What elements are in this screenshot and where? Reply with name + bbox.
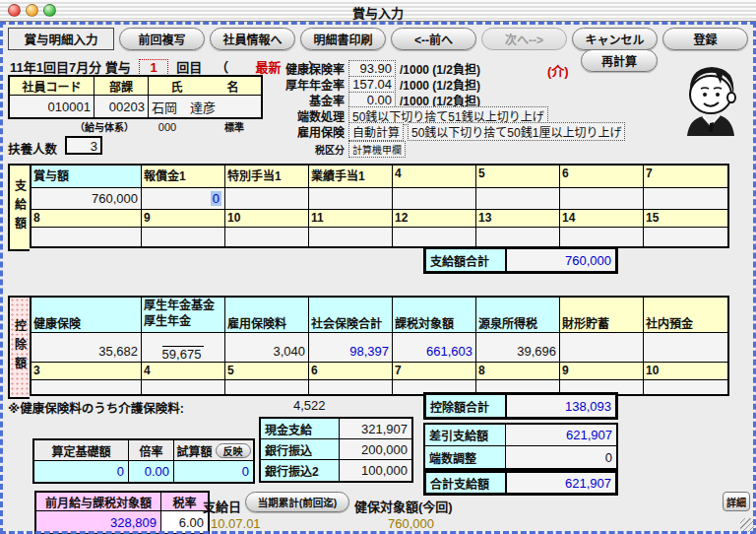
pension-rate-field[interactable]: 157.04 [348, 76, 396, 93]
deduction-cell-6[interactable] [309, 380, 393, 394]
deduction-cell-5[interactable] [225, 380, 309, 394]
bonus-count-field[interactable]: 1 [139, 59, 167, 76]
payment-header-13: 13 [476, 210, 560, 227]
net-pay-group: 差引支給額 621,907 端数調整 0 [423, 423, 618, 470]
employee-table: 社員コード 部課 氏 名 010001 00203 石岡 達彦 [8, 75, 263, 119]
deduction-cell-withholding[interactable]: 39,696 [476, 333, 560, 362]
payment-cell-7[interactable] [644, 188, 727, 209]
window-title: 賞与入力 [0, 3, 756, 22]
health-rate-unit: /1000 (1/2負担) [400, 60, 480, 77]
payment-cell-10[interactable] [225, 228, 309, 246]
prev-month-taxable-label: 前月給与課税対象額 [36, 493, 161, 510]
employee-code-header: 社員コード [10, 77, 94, 95]
title-bar[interactable]: 賞与入力 [0, 0, 756, 22]
payment-cell-11[interactable] [309, 228, 393, 246]
employee-name-header: 氏 名 [149, 77, 261, 95]
prev-month-tax-rate-label: 税率 [161, 493, 208, 510]
pay-system-label: （給与体系） [75, 122, 134, 133]
mode-label: 賞与明細入力 [8, 28, 114, 50]
prev-month-taxable-value[interactable]: 328,809 [36, 511, 161, 533]
detail-button[interactable]: 詳細 [723, 492, 750, 511]
prev-month-tax-rate-value[interactable]: 6.00 [161, 511, 208, 533]
deduction-total-box: 控除額合計 138,093 [423, 392, 618, 420]
deduction-cell-pension[interactable]: 59,675 [142, 333, 225, 362]
cumulative-button[interactable]: 当期累計(前回迄) [245, 492, 349, 512]
health-rate-field[interactable]: 93.90 [348, 60, 396, 77]
payment-cell-9[interactable] [142, 228, 225, 246]
employee-code-value[interactable]: 010001 [10, 96, 94, 117]
tax-class-field[interactable]: 計算機甲欄 [348, 141, 406, 158]
deduction-cell-3[interactable] [32, 380, 142, 394]
selected-cell-value[interactable]: 0 [211, 191, 221, 206]
calc-base-value[interactable]: 0 [34, 461, 129, 482]
payment-cell-15[interactable] [644, 228, 727, 246]
payment-cell-3[interactable] [309, 188, 393, 209]
employee-dept-header: 部課 [94, 77, 149, 95]
employment-rule-field[interactable]: 50銭以下切り捨て50銭1厘以上切り上げ [408, 122, 625, 141]
deduction-cell-social-total: 98,397 [309, 333, 393, 362]
deduction-cell-4[interactable] [142, 380, 225, 394]
print-slip-button[interactable]: 明細書印刷 [300, 28, 386, 50]
copy-previous-button[interactable]: 前回複写 [119, 28, 205, 50]
deduction-header-pension: 厚生年金基金 厚生年金 [142, 298, 225, 332]
pay-date-value: 10.07.01 [211, 516, 261, 531]
deduction-cell-employment[interactable]: 3,040 [225, 333, 309, 362]
deduction-cell-deposit[interactable] [644, 333, 727, 362]
bank-transfer2-value[interactable]: 100,000 [340, 460, 411, 481]
deduction-cell-health[interactable]: 35,682 [32, 333, 142, 362]
payment-header-2: 特別手当1 [225, 166, 309, 187]
prev-month-box: 前月給与課税対象額 税率 328,809 6.00 [34, 491, 210, 534]
dependents-field[interactable]: 3 [65, 136, 102, 155]
recalculate-button[interactable]: 再計算 [581, 49, 658, 72]
rounding-adjust-value[interactable]: 0 [506, 446, 616, 468]
deduction-total-value: 138,093 [507, 395, 615, 417]
previous-button[interactable]: <--前へ [391, 28, 476, 50]
payment-cell-13[interactable] [476, 228, 560, 246]
payment-header-10: 10 [225, 210, 309, 227]
employee-dept-value[interactable]: 00203 [94, 96, 149, 117]
cancel-button[interactable]: キャンセル [572, 28, 658, 50]
rounding-adjust-label: 端数調整 [425, 446, 506, 468]
care-insurance-mark: (介) [547, 61, 569, 80]
cash-bank-box: 現金支給 321,907 銀行振込 200,000 銀行振込2 100,000 [259, 417, 413, 483]
register-button[interactable]: 登録 [662, 28, 748, 50]
payment-cell-bonus[interactable]: 760,000 [32, 188, 142, 209]
deduction-header-deposit: 社内預金 [644, 298, 727, 332]
window-content: 賞与明細入力 前回複写 社員情報へ 明細書印刷 <--前へ 次へ--> キャンセ… [0, 22, 756, 534]
deduction-table: 健康保険 厚生年金基金 厚生年金 雇用保険料 社会保険合計 課税対象額 源泉所得… [30, 296, 729, 396]
deduction-header-7: 7 [393, 363, 476, 379]
cash-pay-value[interactable]: 321,907 [340, 419, 411, 438]
payment-cell-4[interactable] [393, 188, 476, 209]
cash-pay-label: 現金支給 [261, 419, 340, 438]
period-line: 11年1回目7月分 賞与 1 回目 （ 最新 ） [10, 57, 321, 76]
employment-insurance-row: 雇用保険 自動計算 50銭以下切り捨て50銭1厘以上切り上げ [284, 123, 625, 139]
payment-side-label: 支給額 [8, 164, 30, 251]
deduction-cell-10[interactable] [644, 380, 727, 394]
payment-cell-5[interactable] [476, 188, 560, 209]
deduction-header-6: 6 [309, 363, 393, 379]
grand-total-value: 621,907 [507, 473, 615, 493]
employee-info-button[interactable]: 社員情報へ [210, 28, 295, 50]
period-suffix: 回目 [176, 60, 202, 75]
payment-header-6: 6 [560, 166, 644, 187]
calc-rate-value[interactable]: 0.00 [129, 461, 174, 482]
payment-cell-2[interactable] [225, 188, 309, 209]
grand-total-label: 合計支給額 [426, 473, 507, 493]
employee-name-value: 石岡 達彦 [149, 96, 261, 117]
payment-cell-6[interactable] [560, 188, 644, 209]
deduction-cell-savings[interactable] [560, 333, 644, 362]
payment-header-3: 業績手当1 [309, 166, 393, 187]
pension-value[interactable]: 59,675 [162, 346, 205, 362]
payment-total-value: 760,000 [507, 249, 615, 271]
payment-cell-8[interactable] [32, 228, 142, 246]
resize-handle[interactable] [740, 518, 754, 532]
payment-total-label: 支給額合計 [426, 249, 507, 271]
payment-cell-14[interactable] [560, 228, 644, 246]
payment-cell-1[interactable]: 0 [142, 188, 225, 209]
calc-rate-label: 倍率 [129, 440, 174, 460]
employment-mode-field[interactable]: 自動計算 [348, 122, 404, 141]
apply-button[interactable]: 反映 [216, 443, 251, 458]
bank-transfer1-value[interactable]: 200,000 [340, 439, 411, 459]
payment-cell-12[interactable] [393, 228, 476, 246]
pay-system-line: （給与体系） 000 標準 [75, 119, 244, 134]
